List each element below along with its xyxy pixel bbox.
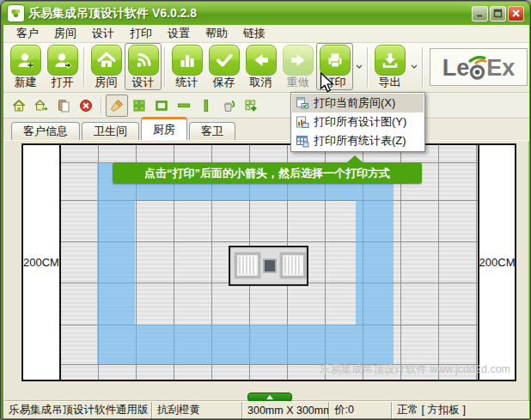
small-home-icon (12, 99, 26, 113)
app-window: 乐易集成吊顶设计软件 V6.0.2.8 客户 房间 设计 打印 设置 帮助 链接… (0, 0, 531, 420)
small-home-button[interactable] (8, 94, 30, 117)
tab-bathroom[interactable]: 卫生间 (82, 122, 139, 140)
light-fixture-module[interactable] (229, 246, 308, 286)
rect-tool-button[interactable] (150, 94, 173, 117)
tile-grid-icon (132, 99, 146, 113)
paste-icon (57, 99, 70, 113)
switch-module[interactable] (263, 259, 277, 273)
dimension-label-right: 200CM (479, 145, 515, 380)
export-dropdown-arrow[interactable] (408, 50, 419, 84)
app-flower-icon (7, 4, 25, 22)
brush-button[interactable] (106, 94, 128, 117)
window-title: 乐易集成吊顶设计软件 V6.0.2.8 (28, 6, 472, 21)
small-home-arrow-icon (34, 99, 48, 113)
maximize-icon (493, 9, 503, 18)
user-add-icon (10, 45, 41, 76)
h-ruler-icon (177, 99, 191, 113)
menu-item-print-current-room[interactable]: 打印当前房间(X) (292, 94, 424, 113)
menu-design[interactable]: 设计 (84, 24, 122, 43)
logo-text-le: Le (442, 57, 470, 80)
minimize-button[interactable] (472, 6, 488, 21)
menu-room[interactable]: 房间 (46, 24, 84, 43)
arrow-right-icon (283, 45, 314, 76)
fill-bucket-button[interactable] (217, 94, 240, 117)
status-price: 价:0 (328, 402, 391, 418)
save-button[interactable]: 保存 (205, 43, 242, 90)
user-open-icon (47, 45, 78, 76)
rect-tool-icon (155, 99, 168, 113)
menu-item-print-all-tables[interactable]: 打印所有统计表(Z) (292, 131, 424, 150)
up-triangle-icon (266, 395, 273, 399)
status-state: 正常 [ 方扣板 ] (391, 402, 529, 418)
tab-guest-bathroom[interactable]: 客卫 (189, 122, 235, 140)
paste-button[interactable] (52, 94, 75, 117)
menu-links[interactable]: 链接 (235, 24, 273, 43)
status-material: 抗刮橙黄 (151, 402, 241, 418)
v-ruler-icon (199, 99, 213, 113)
undo-button[interactable]: 取消 (242, 43, 279, 90)
export-download-icon (375, 45, 406, 76)
chevron-down-icon (356, 64, 363, 69)
v-ruler-button[interactable] (195, 94, 217, 117)
add-tiles-button[interactable] (240, 94, 262, 117)
export-button[interactable]: 导出 (371, 43, 408, 90)
status-tile-size: 300mm X 300mm (241, 402, 328, 418)
print-room-icon (296, 96, 309, 110)
tip-banner: 点击“打印”后面的小箭头，然后选择一个打印方式 (113, 162, 422, 184)
statusbar: 乐易集成吊顶设计软件通用版 抗刮橙黄 300mm X 300mm 价:0 正常 … (3, 401, 529, 418)
secondary-toolbar (3, 93, 529, 119)
check-save-icon (209, 45, 240, 76)
menubar: 客户 房间 设计 打印 设置 帮助 链接 (3, 25, 529, 43)
tip-callout-arrow (347, 155, 363, 162)
bar-chart-icon (172, 45, 203, 76)
delete-icon (79, 99, 93, 113)
close-button[interactable] (508, 6, 524, 21)
home-icon (91, 45, 122, 76)
menu-item-print-all-designs[interactable]: 打印所有设计图(Y) (292, 113, 424, 131)
minimize-icon (475, 9, 485, 18)
lamp-left[interactable] (235, 253, 260, 278)
menu-customer[interactable]: 客户 (9, 24, 46, 43)
open-button[interactable]: 打开 (44, 43, 81, 90)
tip-text: 点击“打印”后面的小箭头，然后选择一个打印方式 (144, 166, 390, 181)
stats-button[interactable]: 统计 (168, 43, 205, 90)
titlebar: 乐易集成吊顶设计软件 V6.0.2.8 (2, 2, 529, 25)
menu-help[interactable]: 帮助 (198, 24, 235, 43)
print-dropdown-arrow[interactable] (353, 50, 364, 84)
close-icon (511, 9, 521, 18)
toolbar-separator (164, 47, 166, 87)
maximize-button[interactable] (490, 6, 506, 21)
ceiling-canvas[interactable]: 200CM 200CM 点击“打印”后面的小箭头，然后选择一个打印方式 乐易集 (21, 143, 516, 381)
toolbar-separator (101, 97, 102, 114)
chevron-down-icon (411, 64, 418, 69)
delete-button[interactable] (75, 94, 97, 117)
design-button[interactable]: 设计 (125, 43, 162, 90)
main-toolbar: 新建 打开 房间 设计 统计 保存 (3, 43, 529, 93)
print-design-icon (296, 115, 309, 129)
h-ruler-button[interactable] (173, 94, 195, 117)
lamp-right[interactable] (280, 253, 306, 278)
room-button[interactable]: 房间 (88, 43, 125, 90)
tab-customer-info[interactable]: 客户信息 (11, 122, 80, 140)
new-button[interactable]: 新建 (7, 43, 44, 90)
fill-bucket-icon (222, 99, 235, 113)
printer-icon (320, 45, 351, 76)
menu-settings[interactable]: 设置 (160, 24, 198, 43)
tile-grid-button[interactable] (128, 94, 150, 117)
mouse-cursor (320, 72, 335, 94)
menu-print[interactable]: 打印 (122, 24, 160, 43)
redo-button[interactable]: 重做 (279, 43, 316, 90)
brush-icon (110, 99, 124, 113)
watermark: 乐易集成吊顶设计软件 www.jcdd2d.com (320, 362, 510, 377)
toolbar-separator (83, 47, 85, 87)
small-home-arrow-button[interactable] (30, 94, 52, 117)
print-dropdown-menu: 打印当前房间(X) 打印所有设计图(Y) 打印所有统计表(Z) (290, 92, 425, 152)
tab-kitchen[interactable]: 厨房 (141, 117, 187, 140)
arrow-left-icon (246, 45, 277, 76)
add-tiles-icon (244, 99, 258, 113)
design-panel: 200CM 200CM 点击“打印”后面的小箭头，然后选择一个打印方式 乐易集 (3, 140, 529, 401)
toolbar-separator (422, 47, 424, 87)
room-tabbar: 客户信息 卫生间 厨房 客卫 (3, 119, 529, 140)
logo-eye-icon (468, 54, 487, 80)
logo-text-ex: Ex (486, 57, 515, 80)
